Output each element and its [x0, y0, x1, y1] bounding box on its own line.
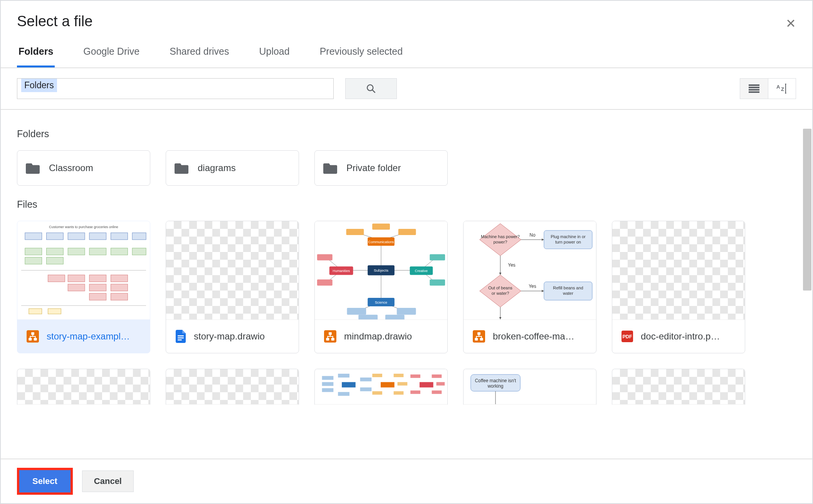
svg-rect-35 — [89, 293, 106, 300]
tab-folders[interactable]: Folders — [17, 46, 55, 67]
svg-rect-118 — [338, 374, 349, 378]
search-button[interactable] — [345, 78, 397, 99]
list-view-icon — [749, 84, 759, 93]
file-card-row2-4[interactable]: Coffee machine isn't working — [463, 369, 596, 405]
svg-rect-23 — [111, 248, 128, 255]
svg-rect-122 — [394, 374, 404, 377]
svg-rect-126 — [420, 382, 433, 388]
svg-rect-106 — [477, 332, 480, 335]
file-card-row2-3[interactable] — [314, 369, 448, 405]
tab-google-drive[interactable]: Google Drive — [82, 46, 141, 67]
folder-private[interactable]: Private folder — [314, 150, 448, 186]
folder-icon — [323, 162, 337, 174]
svg-rect-33 — [89, 284, 106, 291]
select-button[interactable]: Select — [19, 470, 71, 492]
svg-text:Customer wants to purchase gro: Customer wants to purchase groceries onl… — [49, 225, 118, 229]
google-doc-icon — [175, 330, 186, 343]
file-card-story-map-example[interactable]: Customer wants to purchase groceries onl… — [17, 221, 150, 353]
view-toggle-group: A Z — [740, 78, 796, 99]
svg-text:Machine has power?: Machine has power? — [481, 234, 520, 239]
svg-rect-82 — [329, 332, 332, 335]
svg-text:Creative: Creative — [415, 269, 428, 273]
thumbnail-mindmap: Subjects Communications Science Humaniti… — [315, 221, 447, 319]
folder-label: diagrams — [198, 163, 236, 173]
svg-rect-70 — [372, 223, 390, 230]
list-view-button[interactable] — [740, 79, 768, 99]
file-card-mindmap[interactable]: Subjects Communications Science Humaniti… — [314, 221, 448, 353]
svg-rect-32 — [68, 284, 85, 291]
highlight-select-button: Select — [17, 468, 73, 495]
svg-rect-4 — [749, 89, 759, 91]
thumbnail-transparent — [166, 369, 299, 404]
svg-rect-73 — [317, 254, 333, 260]
svg-text:Plug machine in or: Plug machine in or — [551, 234, 586, 239]
tab-upload[interactable]: Upload — [257, 46, 291, 67]
svg-rect-77 — [347, 308, 366, 315]
file-name: mindmap.drawio — [344, 331, 438, 342]
file-card-row2-5[interactable] — [612, 369, 745, 405]
svg-rect-3 — [749, 87, 759, 88]
file-thumbnail: Coffee machine isn't working — [464, 369, 596, 405]
close-icon[interactable]: ✕ — [786, 16, 796, 31]
thumbnail-coffee2: Coffee machine isn't working — [464, 369, 596, 404]
svg-rect-115 — [322, 388, 334, 392]
svg-rect-74 — [317, 279, 333, 286]
svg-rect-38 — [29, 309, 42, 314]
thumbnail-transparent — [612, 221, 745, 319]
folder-diagrams[interactable]: diagrams — [166, 150, 299, 186]
svg-rect-5 — [749, 91, 759, 93]
scrollbar-thumb[interactable] — [803, 129, 811, 291]
svg-text:turn power on: turn power on — [555, 240, 581, 244]
tab-previously-selected[interactable]: Previously selected — [318, 46, 404, 67]
file-card-story-map[interactable]: story-map.drawio — [166, 221, 299, 353]
cancel-button[interactable]: Cancel — [82, 470, 134, 492]
search-chip-folders[interactable]: Folders — [21, 79, 57, 92]
svg-rect-34 — [111, 284, 128, 291]
svg-rect-128 — [432, 375, 442, 378]
folder-label: Private folder — [346, 163, 401, 173]
svg-text:Humanities: Humanities — [333, 269, 350, 273]
file-thumbnail: Subjects Communications Science Humaniti… — [315, 221, 447, 320]
svg-rect-22 — [89, 248, 106, 255]
svg-rect-19 — [25, 248, 42, 255]
svg-line-1 — [373, 90, 375, 93]
svg-text:Communications: Communications — [368, 240, 394, 244]
file-card-row2-1[interactable] — [17, 369, 150, 405]
svg-rect-119 — [338, 392, 349, 396]
svg-rect-28 — [48, 275, 65, 282]
file-card-broken-coffee[interactable]: Machine has power? power? No Plug machin… — [463, 221, 596, 353]
svg-text:working: working — [487, 383, 504, 389]
tab-shared-drives[interactable]: Shared drives — [168, 46, 230, 67]
svg-point-0 — [367, 85, 373, 91]
sort-az-button[interactable]: A Z — [768, 79, 796, 99]
svg-text:Yes: Yes — [529, 284, 536, 289]
thumbnail-transparent — [612, 369, 745, 404]
file-thumbnail — [612, 221, 745, 320]
file-card-doc-editor-intro[interactable]: PDF doc-editor-intro.p… — [612, 221, 745, 353]
svg-rect-125 — [398, 382, 408, 386]
svg-text:No: No — [529, 232, 536, 238]
svg-rect-31 — [111, 275, 128, 282]
svg-rect-84 — [331, 338, 334, 341]
svg-rect-20 — [47, 248, 64, 255]
tab-bar: Folders Google Drive Shared drives Uploa… — [1, 30, 812, 68]
folder-classroom[interactable]: Classroom — [17, 150, 150, 186]
dialog-title: Select a file — [17, 13, 92, 29]
file-name: doc-editor-intro.p… — [641, 331, 736, 342]
svg-rect-80 — [385, 315, 405, 319]
svg-text:Subjects: Subjects — [374, 268, 388, 272]
svg-rect-42 — [29, 338, 32, 341]
svg-rect-45 — [178, 338, 184, 339]
svg-rect-112 — [342, 382, 356, 388]
svg-rect-127 — [410, 375, 420, 378]
folder-icon — [175, 162, 188, 174]
file-name: story-map.drawio — [194, 331, 289, 342]
file-thumbnail — [315, 369, 447, 405]
file-card-row2-2[interactable] — [166, 369, 299, 405]
file-name: story-map-exampl… — [47, 331, 141, 342]
search-input[interactable]: Folders — [17, 78, 334, 99]
folders-heading: Folders — [17, 128, 796, 139]
svg-rect-114 — [322, 382, 334, 386]
svg-text:Yes: Yes — [508, 262, 515, 268]
svg-rect-43 — [34, 338, 37, 341]
